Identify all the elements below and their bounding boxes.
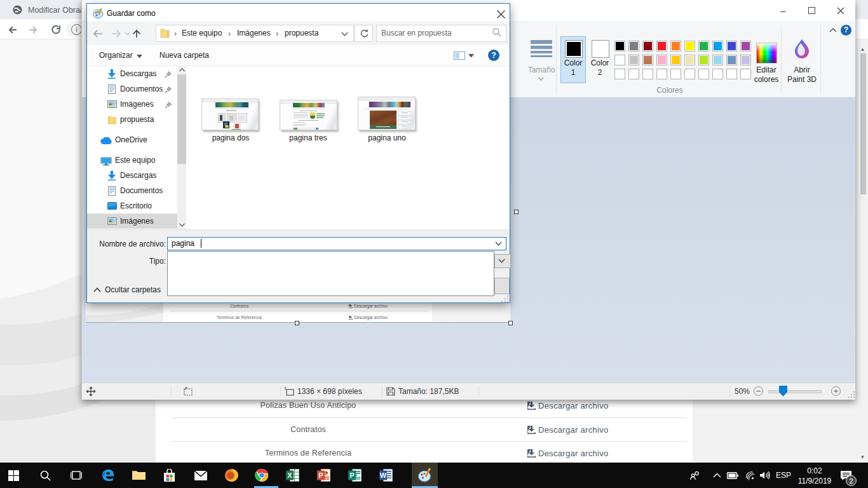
svg-text:W: W [380, 471, 387, 479]
svg-text:X: X [287, 471, 292, 479]
svg-text:P: P [318, 471, 323, 479]
svg-text:P: P [349, 471, 354, 479]
